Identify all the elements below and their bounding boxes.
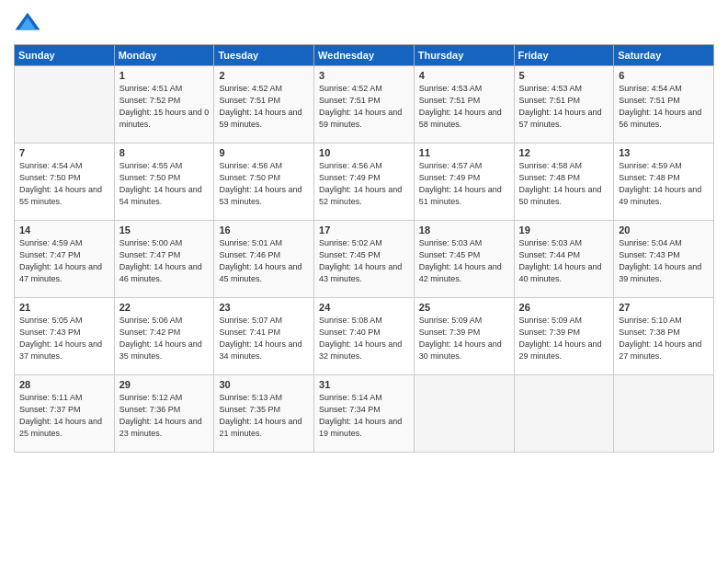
day-cell: 14Sunrise: 4:59 AMSunset: 7:47 PMDayligh… — [15, 221, 115, 298]
day-cell: 30Sunrise: 5:13 AMSunset: 7:35 PMDayligh… — [214, 375, 314, 453]
day-number: 24 — [319, 302, 409, 313]
day-number: 14 — [19, 224, 109, 236]
day-number: 20 — [619, 224, 709, 236]
day-cell: 11Sunrise: 4:57 AMSunset: 7:49 PMDayligh… — [414, 144, 514, 221]
day-cell: 17Sunrise: 5:02 AMSunset: 7:45 PMDayligh… — [314, 221, 415, 298]
day-info: Sunrise: 4:53 AMSunset: 7:51 PMDaylight:… — [419, 83, 509, 131]
day-cell: 23Sunrise: 5:07 AMSunset: 7:41 PMDayligh… — [214, 298, 314, 375]
day-number: 19 — [519, 224, 609, 236]
day-cell: 2Sunrise: 4:52 AMSunset: 7:51 PMDaylight… — [214, 66, 314, 144]
day-cell: 27Sunrise: 5:10 AMSunset: 7:38 PMDayligh… — [614, 298, 714, 375]
logo — [14, 9, 45, 37]
day-info: Sunrise: 5:12 AMSunset: 7:36 PMDaylight:… — [119, 392, 210, 440]
day-cell: 22Sunrise: 5:06 AMSunset: 7:42 PMDayligh… — [114, 298, 214, 375]
day-info: Sunrise: 4:53 AMSunset: 7:51 PMDaylight:… — [519, 83, 609, 131]
day-number: 31 — [319, 379, 409, 390]
day-info: Sunrise: 5:03 AMSunset: 7:45 PMDaylight:… — [419, 237, 509, 285]
week-row-5: 28Sunrise: 5:11 AMSunset: 7:37 PMDayligh… — [15, 375, 714, 453]
day-info: Sunrise: 4:54 AMSunset: 7:50 PMDaylight:… — [19, 160, 109, 208]
day-number: 7 — [19, 147, 109, 158]
page: SundayMondayTuesdayWednesdayThursdayFrid… — [0, 0, 728, 563]
day-cell: 19Sunrise: 5:03 AMSunset: 7:44 PMDayligh… — [514, 221, 614, 298]
header-cell-friday: Friday — [514, 45, 614, 66]
day-cell: 10Sunrise: 4:56 AMSunset: 7:49 PMDayligh… — [314, 144, 415, 221]
day-cell: 1Sunrise: 4:51 AMSunset: 7:52 PMDaylight… — [114, 66, 214, 144]
day-cell: 5Sunrise: 4:53 AMSunset: 7:51 PMDaylight… — [514, 66, 614, 144]
header-row: SundayMondayTuesdayWednesdayThursdayFrid… — [15, 45, 714, 66]
day-number: 27 — [619, 302, 709, 313]
day-info: Sunrise: 5:03 AMSunset: 7:44 PMDaylight:… — [519, 237, 609, 285]
day-number: 2 — [219, 70, 309, 81]
day-number: 15 — [119, 224, 210, 236]
day-info: Sunrise: 4:58 AMSunset: 7:48 PMDaylight:… — [519, 160, 609, 208]
logo-icon — [14, 9, 41, 37]
day-cell: 3Sunrise: 4:52 AMSunset: 7:51 PMDaylight… — [314, 66, 415, 144]
day-number: 22 — [119, 302, 210, 313]
day-number: 4 — [419, 70, 509, 81]
day-info: Sunrise: 4:54 AMSunset: 7:51 PMDaylight:… — [619, 83, 709, 131]
day-cell: 7Sunrise: 4:54 AMSunset: 7:50 PMDaylight… — [15, 144, 115, 221]
day-info: Sunrise: 5:09 AMSunset: 7:39 PMDaylight:… — [519, 315, 609, 362]
header-cell-wednesday: Wednesday — [314, 45, 415, 66]
day-info: Sunrise: 4:51 AMSunset: 7:52 PMDaylight:… — [119, 83, 210, 131]
day-info: Sunrise: 4:56 AMSunset: 7:49 PMDaylight:… — [319, 160, 409, 208]
day-number: 13 — [619, 147, 709, 158]
day-number: 23 — [219, 302, 309, 313]
day-info: Sunrise: 4:59 AMSunset: 7:47 PMDaylight:… — [19, 237, 109, 285]
day-number: 11 — [419, 147, 509, 158]
day-info: Sunrise: 5:11 AMSunset: 7:37 PMDaylight:… — [19, 392, 109, 440]
day-cell — [514, 375, 614, 453]
day-number: 17 — [319, 224, 409, 236]
day-number: 29 — [119, 379, 210, 390]
day-cell: 12Sunrise: 4:58 AMSunset: 7:48 PMDayligh… — [514, 144, 614, 221]
day-cell: 15Sunrise: 5:00 AMSunset: 7:47 PMDayligh… — [114, 221, 214, 298]
day-info: Sunrise: 4:55 AMSunset: 7:50 PMDaylight:… — [119, 160, 210, 208]
day-info: Sunrise: 5:01 AMSunset: 7:46 PMDaylight:… — [219, 237, 309, 285]
day-cell — [414, 375, 514, 453]
day-info: Sunrise: 4:59 AMSunset: 7:48 PMDaylight:… — [619, 160, 709, 208]
day-number: 6 — [619, 70, 709, 81]
day-info: Sunrise: 5:14 AMSunset: 7:34 PMDaylight:… — [319, 392, 409, 440]
day-cell: 31Sunrise: 5:14 AMSunset: 7:34 PMDayligh… — [314, 375, 415, 453]
day-info: Sunrise: 5:06 AMSunset: 7:42 PMDaylight:… — [119, 315, 210, 362]
header-cell-saturday: Saturday — [614, 45, 714, 66]
day-cell: 4Sunrise: 4:53 AMSunset: 7:51 PMDaylight… — [414, 66, 514, 144]
day-info: Sunrise: 5:08 AMSunset: 7:40 PMDaylight:… — [319, 315, 409, 362]
day-cell: 21Sunrise: 5:05 AMSunset: 7:43 PMDayligh… — [15, 298, 115, 375]
day-info: Sunrise: 5:13 AMSunset: 7:35 PMDaylight:… — [219, 392, 309, 440]
week-row-4: 21Sunrise: 5:05 AMSunset: 7:43 PMDayligh… — [15, 298, 714, 375]
day-number: 26 — [519, 302, 609, 313]
week-row-1: 1Sunrise: 4:51 AMSunset: 7:52 PMDaylight… — [15, 66, 714, 144]
day-number: 9 — [219, 147, 309, 158]
day-cell: 6Sunrise: 4:54 AMSunset: 7:51 PMDaylight… — [614, 66, 714, 144]
day-cell — [15, 66, 115, 144]
day-cell: 28Sunrise: 5:11 AMSunset: 7:37 PMDayligh… — [15, 375, 115, 453]
day-cell: 9Sunrise: 4:56 AMSunset: 7:50 PMDaylight… — [214, 144, 314, 221]
day-cell: 16Sunrise: 5:01 AMSunset: 7:46 PMDayligh… — [214, 221, 314, 298]
day-number: 25 — [419, 302, 509, 313]
day-number: 30 — [219, 379, 309, 390]
day-cell: 26Sunrise: 5:09 AMSunset: 7:39 PMDayligh… — [514, 298, 614, 375]
day-info: Sunrise: 5:00 AMSunset: 7:47 PMDaylight:… — [119, 237, 210, 285]
day-number: 8 — [119, 147, 210, 158]
day-number: 5 — [519, 70, 609, 81]
day-cell: 20Sunrise: 5:04 AMSunset: 7:43 PMDayligh… — [614, 221, 714, 298]
day-cell: 25Sunrise: 5:09 AMSunset: 7:39 PMDayligh… — [414, 298, 514, 375]
day-cell: 29Sunrise: 5:12 AMSunset: 7:36 PMDayligh… — [114, 375, 214, 453]
day-cell: 24Sunrise: 5:08 AMSunset: 7:40 PMDayligh… — [314, 298, 415, 375]
day-info: Sunrise: 5:05 AMSunset: 7:43 PMDaylight:… — [19, 315, 109, 362]
week-row-2: 7Sunrise: 4:54 AMSunset: 7:50 PMDaylight… — [15, 144, 714, 221]
day-info: Sunrise: 5:09 AMSunset: 7:39 PMDaylight:… — [419, 315, 509, 362]
day-info: Sunrise: 4:56 AMSunset: 7:50 PMDaylight:… — [219, 160, 309, 208]
day-cell: 13Sunrise: 4:59 AMSunset: 7:48 PMDayligh… — [614, 144, 714, 221]
calendar-table: SundayMondayTuesdayWednesdayThursdayFrid… — [14, 44, 714, 453]
day-info: Sunrise: 5:04 AMSunset: 7:43 PMDaylight:… — [619, 237, 709, 285]
header-cell-tuesday: Tuesday — [214, 45, 314, 66]
day-info: Sunrise: 5:10 AMSunset: 7:38 PMDaylight:… — [619, 315, 709, 362]
day-info: Sunrise: 4:52 AMSunset: 7:51 PMDaylight:… — [319, 83, 409, 131]
header-cell-thursday: Thursday — [414, 45, 514, 66]
day-info: Sunrise: 5:02 AMSunset: 7:45 PMDaylight:… — [319, 237, 409, 285]
day-number: 18 — [419, 224, 509, 236]
day-number: 3 — [319, 70, 409, 81]
day-info: Sunrise: 4:57 AMSunset: 7:49 PMDaylight:… — [419, 160, 509, 208]
